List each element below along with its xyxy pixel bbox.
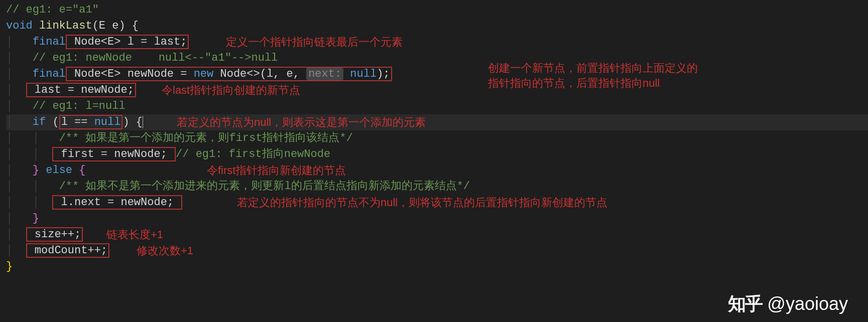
code-editor[interactable]: // eg1: e="a1" void linkLast(E e) { │ fi…	[6, 2, 868, 275]
highlighted-code: Node<E> l = last;	[66, 35, 189, 49]
keyword-void: void	[6, 20, 33, 32]
highlighted-code: Node<E> newNode = new Node<>(l, e, next:…	[66, 67, 392, 81]
code-line-active: │ if (l == null) {若定义的节点为null，则表示这是第一个添加…	[6, 114, 868, 130]
annotation: 若定义的节点为null，则表示这是第一个添加的元素	[177, 114, 426, 130]
keyword-else: else	[39, 164, 79, 177]
comment-text: // eg1: e="a1"	[6, 4, 99, 16]
text-cursor	[143, 116, 143, 128]
highlighted-code: last = newNode;	[26, 83, 136, 97]
close-brace: }	[6, 260, 13, 273]
annotation: 令first指针指向新创建的节点	[207, 163, 346, 179]
close-brace: }	[33, 164, 39, 177]
code-line: │ }	[6, 211, 868, 227]
highlighted-code: size++;	[26, 227, 83, 242]
annotation: 修改次数+1	[137, 243, 193, 259]
highlighted-code: l == null	[59, 115, 123, 129]
highlighted-code: modCount++;	[26, 243, 109, 258]
open-brace: {	[79, 164, 85, 177]
highlighted-code: l.next = newNode;	[52, 195, 182, 210]
doc-comment: /** 如果不是第一个添加进来的元素，则更新l的后置结点指向新添加的元素结点*/	[59, 180, 470, 193]
code-line: │ size++;链表长度+1	[6, 227, 868, 243]
params: (E e) {	[92, 20, 139, 32]
code-line: │ │ first = newNode; // eg1: first指向newN…	[6, 146, 868, 163]
zhihu-logo-icon: 知乎	[728, 296, 762, 312]
comment-text: // eg1: first指向newNode	[176, 148, 330, 160]
annotation: 创建一个新节点，前置指针指向上面定义的	[488, 60, 698, 76]
code-line: │ final Node<E> l = last;定义一个指针指向链表最后一个元…	[6, 34, 868, 50]
watermark-handle: @yaoioay	[767, 296, 848, 312]
code-line: │ │ /** 如果是第一个添加的元素，则first指针指向该结点*/	[6, 130, 868, 146]
method-name: linkLast	[39, 20, 92, 32]
code-line: │ } else {令first指针指向新创建的节点	[6, 163, 868, 179]
keyword-if: if	[33, 116, 46, 128]
code-line: │ │ /** 如果不是第一个添加进来的元素，则更新l的后置结点指向新添加的元素…	[6, 179, 868, 195]
close-brace: }	[33, 212, 39, 225]
code-line: │ final Node<E> newNode = new Node<>(l, …	[6, 66, 868, 82]
comment-text: // eg1: l=null	[33, 100, 126, 112]
annotation: 定义一个指针指向链表最后一个元素	[226, 34, 403, 50]
code-line: │ last = newNode;令last指针指向创建的新节点	[6, 82, 868, 98]
annotation: 若定义的指针指向的节点不为null，则将该节点的后置指针指向新创建的节点	[237, 195, 607, 211]
code-line: │ // eg1: newNode null<--"a1"-->null	[6, 50, 868, 66]
watermark: 知乎 @yaoioay	[728, 296, 848, 312]
code-line: │ │ l.next = newNode; 若定义的指针指向的节点不为null，…	[6, 195, 868, 211]
code-line: void linkLast(E e) {	[6, 18, 868, 34]
annotation: 令last指针指向创建的新节点	[162, 82, 300, 98]
highlighted-code: first = newNode;	[52, 147, 176, 162]
keyword-final: final	[33, 36, 66, 48]
comment-text: // eg1: newNode null<--"a1"-->null	[33, 52, 278, 64]
doc-comment: /** 如果是第一个添加的元素，则first指针指向该结点*/	[59, 132, 353, 144]
code-line: }	[6, 259, 868, 275]
code-line: │ modCount++;修改次数+1	[6, 243, 868, 259]
keyword-final: final	[33, 68, 66, 80]
param-hint: next:	[306, 68, 343, 80]
annotation: 链表长度+1	[106, 227, 163, 243]
code-line: │ // eg1: l=null	[6, 98, 868, 114]
code-line: // eg1: e="a1"	[6, 2, 868, 18]
